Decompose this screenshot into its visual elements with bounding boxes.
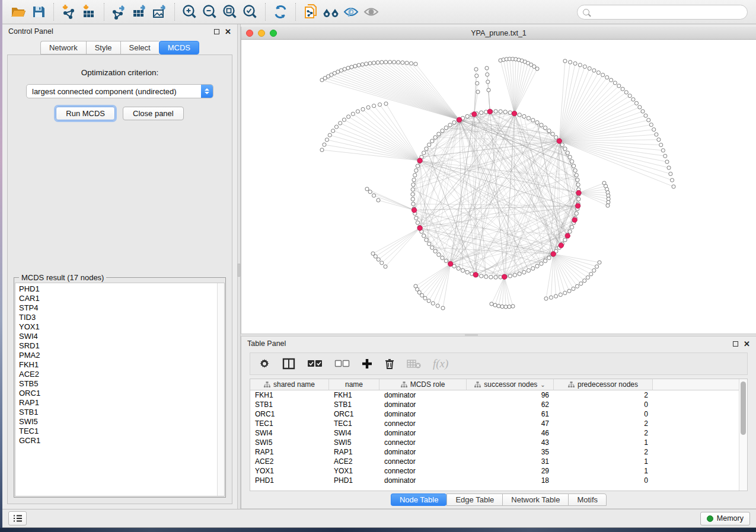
mcds-result-item[interactable]: RAP1 bbox=[19, 398, 217, 408]
add-column-icon[interactable] bbox=[362, 358, 372, 369]
criterion-dropdown[interactable]: largest connected component (undirected) bbox=[26, 84, 213, 98]
graph-edges-layer bbox=[322, 59, 674, 309]
close-panel-icon[interactable]: ✕ bbox=[225, 29, 231, 34]
table-row[interactable]: FKH1FKH1dominator962 bbox=[250, 390, 739, 400]
toggle-panes-icon[interactable] bbox=[282, 358, 295, 370]
mcds-result-item[interactable]: PHD1 bbox=[19, 284, 217, 294]
run-mcds-button[interactable]: Run MCDS bbox=[56, 107, 115, 120]
save-session-icon[interactable] bbox=[28, 2, 49, 21]
node-table: shared namenameMCDS rolesuccessor nodes⌄… bbox=[250, 379, 748, 491]
tab-network-table[interactable]: Network Table bbox=[502, 493, 568, 506]
tab-mcds[interactable]: MCDS bbox=[159, 41, 199, 55]
network-canvas[interactable] bbox=[241, 40, 756, 334]
mcds-result-item[interactable]: PMA2 bbox=[19, 351, 217, 360]
mcds-result-item[interactable]: YOX1 bbox=[19, 322, 217, 332]
select-all-icon[interactable] bbox=[307, 360, 323, 368]
mcds-result-title: MCDS result (17 nodes) bbox=[19, 273, 106, 282]
apply-layout-icon[interactable] bbox=[270, 2, 291, 21]
table-cell: connector bbox=[379, 419, 467, 428]
tab-edge-table[interactable]: Edge Table bbox=[446, 493, 502, 506]
close-panel-button[interactable]: Close panel bbox=[123, 107, 184, 120]
mcds-result-item[interactable]: CAR1 bbox=[19, 294, 217, 303]
mcds-result-item[interactable]: ACE2 bbox=[19, 370, 217, 379]
table-cell: 1 bbox=[554, 457, 653, 466]
table-cell: TEC1 bbox=[329, 419, 379, 428]
search-input[interactable] bbox=[592, 8, 742, 16]
tab-network[interactable]: Network bbox=[40, 41, 86, 55]
dropdown-stepper-icon bbox=[201, 84, 213, 98]
float-panel-icon[interactable] bbox=[214, 29, 219, 34]
mcds-result-item[interactable]: STP4 bbox=[19, 303, 217, 313]
column-header-name[interactable]: name bbox=[329, 379, 379, 390]
splitter-grip[interactable] bbox=[465, 334, 478, 336]
column-header-successor-nodes[interactable]: successor nodes⌄ bbox=[467, 379, 554, 390]
export-network-icon[interactable] bbox=[109, 2, 129, 21]
column-header-shared-name[interactable]: shared name bbox=[250, 379, 329, 390]
mcds-result-item[interactable]: TID3 bbox=[19, 313, 217, 322]
export-image-icon[interactable] bbox=[149, 2, 170, 21]
deselect-all-icon[interactable] bbox=[334, 360, 350, 368]
horizontal-splitter[interactable] bbox=[241, 334, 756, 336]
mcds-tab-content: Optimization criterion: largest connecte… bbox=[7, 55, 232, 504]
import-table-icon[interactable] bbox=[79, 2, 99, 21]
column-header-MCDS-role[interactable]: MCDS role bbox=[379, 379, 467, 390]
open-session-icon[interactable] bbox=[8, 2, 28, 21]
table-row[interactable]: ORC1ORC1dominator610 bbox=[250, 409, 739, 419]
close-panel-icon[interactable]: ✕ bbox=[744, 341, 750, 347]
tab-select[interactable]: Select bbox=[120, 41, 159, 55]
export-table-icon[interactable] bbox=[129, 2, 149, 21]
table-row[interactable]: PHD1PHD1dominator180 bbox=[250, 476, 739, 485]
zoom-in-icon[interactable] bbox=[180, 2, 200, 21]
table-row[interactable]: ACE2ACE2connector311 bbox=[250, 457, 739, 466]
mcds-result-item[interactable]: SRD1 bbox=[19, 341, 217, 351]
mcds-result-item[interactable]: GCR1 bbox=[19, 436, 217, 446]
mcds-list-scrollbar[interactable] bbox=[217, 283, 224, 496]
table-row[interactable]: YOX1YOX1connector291 bbox=[250, 466, 739, 476]
mcds-result-item[interactable]: STB1 bbox=[19, 408, 217, 417]
mcds-result-item[interactable]: STB5 bbox=[19, 379, 217, 389]
toolbar-separator bbox=[53, 3, 54, 21]
table-cell: 31 bbox=[467, 457, 554, 466]
column-header-predecessor-nodes[interactable]: predecessor nodes bbox=[554, 379, 653, 390]
table-row[interactable]: TEC1TEC1connector472 bbox=[250, 419, 739, 428]
table-cell: 0 bbox=[554, 409, 653, 419]
delete-column-icon[interactable] bbox=[384, 358, 395, 370]
table-cell: 1 bbox=[554, 438, 653, 447]
table-scrollbar[interactable] bbox=[739, 379, 747, 491]
table-row[interactable]: RAP1RAP1dominator352 bbox=[250, 447, 739, 457]
share-document-icon[interactable] bbox=[301, 2, 321, 21]
zoom-selected-icon[interactable] bbox=[240, 2, 260, 21]
table-cell: STB1 bbox=[329, 400, 379, 409]
table-row[interactable]: SWI4SWI4dominator462 bbox=[250, 428, 739, 438]
table-cell: 2 bbox=[554, 428, 653, 438]
global-search-field[interactable] bbox=[577, 5, 748, 20]
tab-style[interactable]: Style bbox=[86, 41, 120, 55]
mcds-result-item[interactable]: TEC1 bbox=[19, 427, 217, 436]
search-network-icon[interactable] bbox=[321, 2, 341, 21]
settings-icon[interactable] bbox=[259, 358, 270, 370]
zoom-fit-icon[interactable] bbox=[220, 2, 240, 21]
table-cell: ORC1 bbox=[250, 409, 329, 419]
toolbar-separator bbox=[295, 3, 296, 21]
table-cell: PHD1 bbox=[329, 476, 379, 485]
zoom-out-icon[interactable] bbox=[200, 2, 220, 21]
table-panel-title: Table Panel bbox=[247, 339, 733, 348]
memory-button[interactable]: Memory bbox=[700, 512, 750, 525]
show-selection-icon[interactable] bbox=[361, 2, 381, 21]
float-panel-icon[interactable] bbox=[733, 341, 738, 347]
tab-node-table[interactable]: Node Table bbox=[391, 493, 447, 506]
mcds-result-item[interactable]: FKH1 bbox=[19, 360, 217, 370]
mcds-result-item[interactable]: SWI4 bbox=[19, 332, 217, 341]
table-row[interactable]: STB1STB1dominator620 bbox=[250, 400, 739, 409]
tab-motifs[interactable]: Motifs bbox=[568, 493, 607, 506]
table-row[interactable]: SWI5SWI5connector431 bbox=[250, 438, 739, 447]
mcds-result-item[interactable]: SWI5 bbox=[19, 417, 217, 427]
table-scrollbar-thumb[interactable] bbox=[741, 382, 746, 435]
splitter-grip[interactable] bbox=[238, 264, 240, 277]
vertical-splitter[interactable] bbox=[237, 24, 241, 509]
mcds-result-item[interactable]: ORC1 bbox=[19, 389, 217, 398]
task-history-button[interactable] bbox=[8, 511, 27, 525]
mcds-result-list[interactable]: PHD1CAR1STP4TID3YOX1SWI4SRD1PMA2FKH1ACE2… bbox=[15, 283, 225, 496]
import-network-icon[interactable] bbox=[59, 2, 79, 21]
hide-selection-icon[interactable] bbox=[341, 2, 361, 21]
